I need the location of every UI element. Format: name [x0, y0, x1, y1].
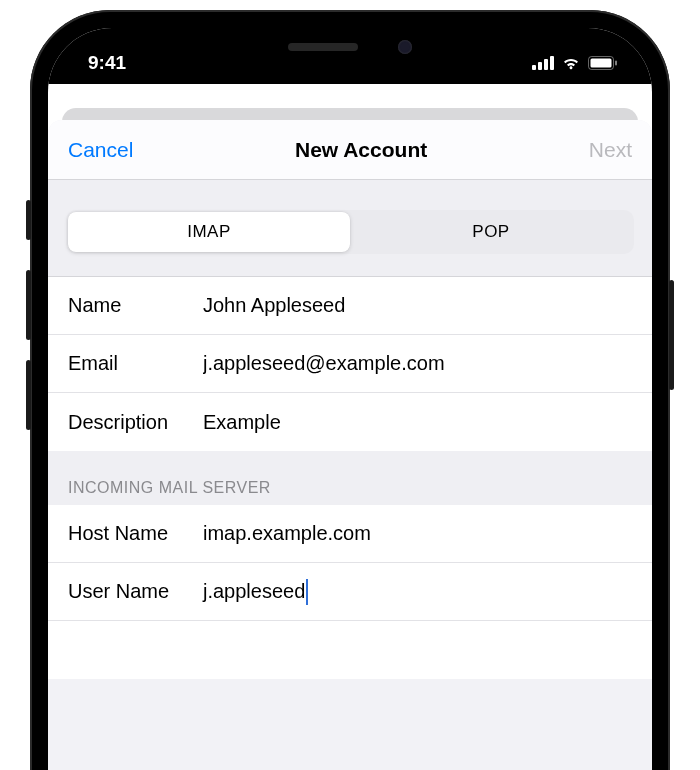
- front-camera: [398, 40, 412, 54]
- next-button[interactable]: Next: [589, 138, 632, 162]
- extra-row[interactable]: [48, 621, 652, 679]
- username-input[interactable]: j.appleseed: [203, 579, 632, 605]
- protocol-segmented-control[interactable]: IMAP POP: [66, 210, 634, 254]
- username-label: User Name: [68, 580, 203, 603]
- volume-down-button: [26, 360, 31, 430]
- phone-frame: 9:41 Cancel New Account Ne: [30, 10, 670, 770]
- username-value: j.appleseed: [203, 580, 305, 603]
- description-label: Description: [68, 411, 203, 434]
- segment-pop[interactable]: POP: [350, 212, 632, 252]
- nav-title: New Account: [295, 138, 427, 162]
- text-caret: [306, 579, 308, 605]
- svg-rect-1: [591, 59, 612, 68]
- notch: [230, 28, 470, 66]
- email-label: Email: [68, 352, 203, 375]
- svg-rect-2: [615, 61, 617, 66]
- cellular-signal-icon: [532, 56, 554, 70]
- volume-up-button: [26, 270, 31, 340]
- side-button: [26, 200, 31, 240]
- email-row[interactable]: Email: [48, 335, 652, 393]
- hostname-label: Host Name: [68, 522, 203, 545]
- cancel-button[interactable]: Cancel: [68, 138, 133, 162]
- username-row[interactable]: User Name j.appleseed: [48, 563, 652, 621]
- hostname-input[interactable]: [203, 522, 632, 545]
- description-input[interactable]: [203, 411, 632, 434]
- status-icons: [532, 56, 618, 70]
- name-row[interactable]: Name: [48, 277, 652, 335]
- status-time: 9:41: [88, 52, 126, 74]
- description-row[interactable]: Description: [48, 393, 652, 451]
- new-account-sheet: Cancel New Account Next IMAP POP Name Em…: [48, 120, 652, 770]
- hostname-row[interactable]: Host Name: [48, 505, 652, 563]
- power-button: [669, 280, 674, 390]
- name-input[interactable]: [203, 294, 632, 317]
- name-label: Name: [68, 294, 203, 317]
- email-input[interactable]: [203, 352, 632, 375]
- incoming-server-group: Host Name User Name j.appleseed: [48, 505, 652, 679]
- speaker-grille: [288, 43, 358, 51]
- account-info-group: Name Email Description: [48, 277, 652, 451]
- incoming-server-header: Incoming Mail Server: [48, 451, 652, 505]
- nav-bar: Cancel New Account Next: [48, 120, 652, 180]
- segment-imap[interactable]: IMAP: [68, 212, 350, 252]
- protocol-segment-container: IMAP POP: [48, 180, 652, 277]
- screen: 9:41 Cancel New Account Ne: [48, 28, 652, 770]
- battery-icon: [588, 56, 618, 70]
- wifi-icon: [561, 56, 581, 70]
